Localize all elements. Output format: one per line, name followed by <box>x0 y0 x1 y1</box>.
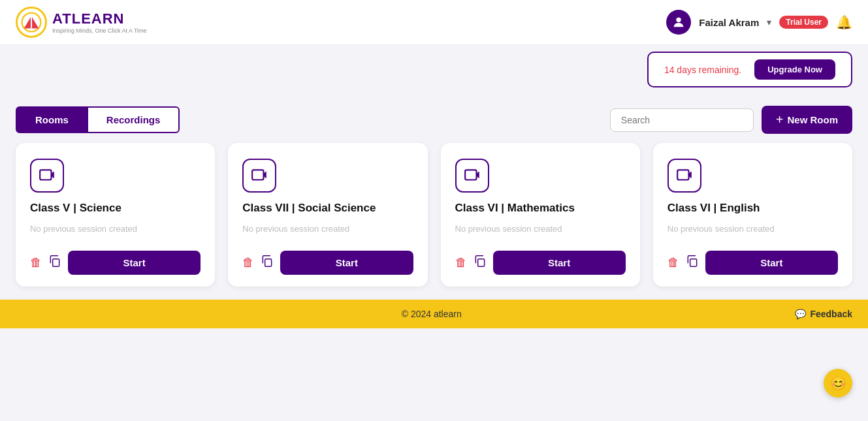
logo-icon <box>16 7 47 38</box>
room-card-subtitle: No previous session created <box>242 224 413 242</box>
rooms-grid: Class V | Science No previous session cr… <box>0 143 868 300</box>
chat-fab[interactable]: 😊 <box>824 369 852 398</box>
avatar <box>666 10 691 35</box>
footer: © 2024 atlearn 💬 Feedback <box>0 300 868 328</box>
room-card-icon <box>30 159 64 193</box>
card-actions: 🗑 Start <box>667 251 838 275</box>
header-right: Faizal Akram ▾ Trial User 🔔 <box>666 10 852 35</box>
user-name: Faizal Akram <box>699 17 759 28</box>
trial-badge: Trial User <box>779 16 828 29</box>
delete-icon[interactable]: 🗑 <box>455 256 467 270</box>
new-room-button[interactable]: + New Room <box>762 106 852 134</box>
svg-rect-9 <box>265 259 272 267</box>
tabs-area: Rooms Recordings + New Room <box>0 94 868 143</box>
room-card-subtitle: No previous session created <box>455 224 626 242</box>
room-card-title: Class VI | English <box>667 202 838 215</box>
svg-rect-15 <box>690 259 696 267</box>
chevron-down-icon[interactable]: ▾ <box>767 17 771 27</box>
copy-icon[interactable] <box>261 255 274 271</box>
card-actions: 🗑 Start <box>30 251 201 275</box>
logo: ATLEARN Inspiring Minds, One Click At A … <box>16 7 147 38</box>
header: ATLEARN Inspiring Minds, One Click At A … <box>0 0 868 45</box>
start-button[interactable]: Start <box>705 251 838 275</box>
room-card: Class VII | Social Science No previous s… <box>228 143 427 287</box>
svg-rect-10 <box>465 170 476 179</box>
room-card: Class VI | English No previous session c… <box>653 143 852 287</box>
room-card: Class V | Science No previous session cr… <box>16 143 215 287</box>
svg-rect-13 <box>677 170 688 179</box>
start-button[interactable]: Start <box>68 251 201 275</box>
upgrade-button[interactable]: Upgrade Now <box>754 59 835 80</box>
logo-text: ATLEARN Inspiring Minds, One Click At A … <box>52 10 147 34</box>
start-button[interactable]: Start <box>493 251 626 275</box>
new-room-label: New Room <box>787 114 838 125</box>
room-card-subtitle: No previous session created <box>667 224 838 242</box>
start-button[interactable]: Start <box>280 251 413 275</box>
logo-title: ATLEARN <box>52 10 147 27</box>
feedback-icon: 💬 <box>795 309 806 319</box>
card-actions: 🗑 Start <box>455 251 626 275</box>
feedback-button[interactable]: 💬 Feedback <box>795 309 852 319</box>
room-card-title: Class V | Science <box>30 202 201 215</box>
tab-recordings[interactable]: Recordings <box>88 106 180 133</box>
svg-rect-12 <box>477 259 484 267</box>
copy-icon[interactable] <box>686 255 699 271</box>
feedback-label: Feedback <box>810 309 852 319</box>
tab-rooms[interactable]: Rooms <box>16 106 88 133</box>
logo-subtitle: Inspiring Minds, One Click At A Time <box>52 27 147 34</box>
card-actions: 🗑 Start <box>242 251 413 275</box>
footer-copyright: © 2024 atlearn <box>68 309 795 319</box>
svg-point-3 <box>677 18 681 22</box>
room-card-icon <box>455 159 489 193</box>
svg-rect-6 <box>53 259 59 267</box>
tabs: Rooms Recordings <box>16 106 180 133</box>
trial-banner: 14 days remaining. Upgrade Now <box>0 45 868 94</box>
delete-icon[interactable]: 🗑 <box>667 256 679 270</box>
bell-icon[interactable]: 🔔 <box>836 14 852 30</box>
room-card-title: Class VII | Social Science <box>242 202 413 215</box>
tabs-right: + New Room <box>610 106 852 134</box>
trial-days-text: 14 days remaining. <box>664 65 741 75</box>
room-card-icon <box>667 159 701 193</box>
search-input[interactable] <box>610 108 754 132</box>
copy-icon[interactable] <box>474 255 487 271</box>
room-card-icon <box>242 159 276 193</box>
svg-rect-4 <box>40 170 51 179</box>
room-card-subtitle: No previous session created <box>30 224 201 242</box>
delete-icon[interactable]: 🗑 <box>30 256 42 270</box>
room-card: Class VI | Mathematics No previous sessi… <box>441 143 640 287</box>
copy-icon[interactable] <box>48 255 61 271</box>
room-card-title: Class VI | Mathematics <box>455 202 626 215</box>
delete-icon[interactable]: 🗑 <box>242 256 254 270</box>
svg-rect-7 <box>252 170 263 179</box>
trial-banner-box: 14 days remaining. Upgrade Now <box>647 52 852 87</box>
plus-icon: + <box>776 112 784 127</box>
